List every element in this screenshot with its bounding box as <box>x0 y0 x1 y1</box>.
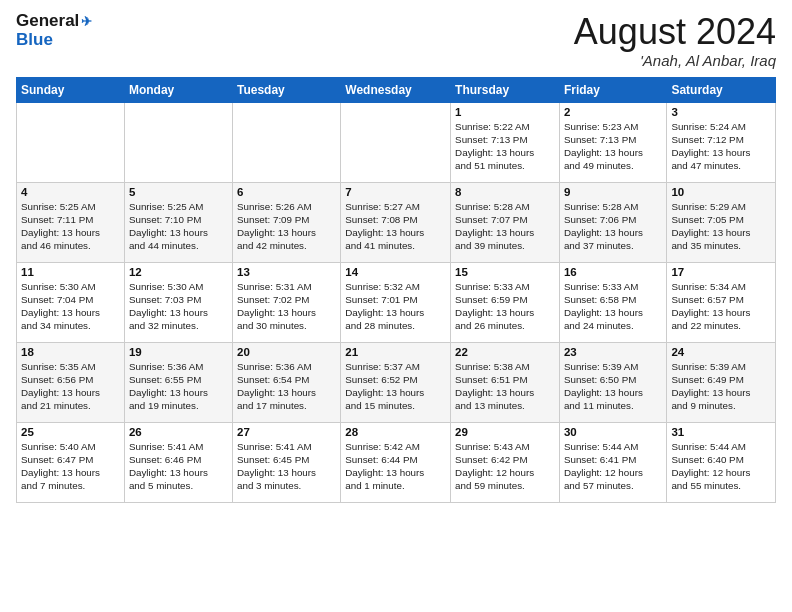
day-cell: 4Sunrise: 5:25 AMSunset: 7:11 PMDaylight… <box>17 182 125 262</box>
day-info: Sunrise: 5:44 AMSunset: 6:40 PMDaylight:… <box>671 440 771 493</box>
day-cell: 31Sunrise: 5:44 AMSunset: 6:40 PMDayligh… <box>667 422 776 502</box>
day-cell: 1Sunrise: 5:22 AMSunset: 7:13 PMDaylight… <box>451 102 560 182</box>
day-number: 11 <box>21 266 120 278</box>
day-cell: 10Sunrise: 5:29 AMSunset: 7:05 PMDayligh… <box>667 182 776 262</box>
week-row-3: 11Sunrise: 5:30 AMSunset: 7:04 PMDayligh… <box>17 262 776 342</box>
main-container: General✈ Blue August 2024 'Anah, Al Anba… <box>0 0 792 511</box>
day-number: 1 <box>455 106 555 118</box>
day-cell: 15Sunrise: 5:33 AMSunset: 6:59 PMDayligh… <box>451 262 560 342</box>
day-number: 19 <box>129 346 228 358</box>
day-info: Sunrise: 5:34 AMSunset: 6:57 PMDaylight:… <box>671 280 771 333</box>
day-cell: 13Sunrise: 5:31 AMSunset: 7:02 PMDayligh… <box>232 262 340 342</box>
day-cell: 8Sunrise: 5:28 AMSunset: 7:07 PMDaylight… <box>451 182 560 262</box>
day-cell: 23Sunrise: 5:39 AMSunset: 6:50 PMDayligh… <box>559 342 666 422</box>
location: 'Anah, Al Anbar, Iraq <box>574 52 776 69</box>
day-cell: 22Sunrise: 5:38 AMSunset: 6:51 PMDayligh… <box>451 342 560 422</box>
day-cell: 14Sunrise: 5:32 AMSunset: 7:01 PMDayligh… <box>341 262 451 342</box>
month-title: August 2024 <box>574 12 776 52</box>
day-number: 26 <box>129 426 228 438</box>
day-cell: 11Sunrise: 5:30 AMSunset: 7:04 PMDayligh… <box>17 262 125 342</box>
day-cell: 30Sunrise: 5:44 AMSunset: 6:41 PMDayligh… <box>559 422 666 502</box>
day-info: Sunrise: 5:32 AMSunset: 7:01 PMDaylight:… <box>345 280 446 333</box>
day-number: 21 <box>345 346 446 358</box>
day-cell: 5Sunrise: 5:25 AMSunset: 7:10 PMDaylight… <box>124 182 232 262</box>
day-info: Sunrise: 5:40 AMSunset: 6:47 PMDaylight:… <box>21 440 120 493</box>
day-number: 25 <box>21 426 120 438</box>
day-info: Sunrise: 5:28 AMSunset: 7:07 PMDaylight:… <box>455 200 555 253</box>
day-number: 13 <box>237 266 336 278</box>
logo-general: General✈ <box>16 12 92 31</box>
day-info: Sunrise: 5:37 AMSunset: 6:52 PMDaylight:… <box>345 360 446 413</box>
day-cell <box>124 102 232 182</box>
day-info: Sunrise: 5:25 AMSunset: 7:11 PMDaylight:… <box>21 200 120 253</box>
day-cell: 2Sunrise: 5:23 AMSunset: 7:13 PMDaylight… <box>559 102 666 182</box>
day-cell: 12Sunrise: 5:30 AMSunset: 7:03 PMDayligh… <box>124 262 232 342</box>
day-number: 28 <box>345 426 446 438</box>
week-row-5: 25Sunrise: 5:40 AMSunset: 6:47 PMDayligh… <box>17 422 776 502</box>
weekday-header-wednesday: Wednesday <box>341 77 451 102</box>
day-info: Sunrise: 5:28 AMSunset: 7:06 PMDaylight:… <box>564 200 662 253</box>
day-cell: 25Sunrise: 5:40 AMSunset: 6:47 PMDayligh… <box>17 422 125 502</box>
day-number: 17 <box>671 266 771 278</box>
day-info: Sunrise: 5:38 AMSunset: 6:51 PMDaylight:… <box>455 360 555 413</box>
day-number: 7 <box>345 186 446 198</box>
day-number: 31 <box>671 426 771 438</box>
day-number: 20 <box>237 346 336 358</box>
day-cell: 20Sunrise: 5:36 AMSunset: 6:54 PMDayligh… <box>232 342 340 422</box>
day-cell <box>232 102 340 182</box>
day-info: Sunrise: 5:26 AMSunset: 7:09 PMDaylight:… <box>237 200 336 253</box>
day-info: Sunrise: 5:42 AMSunset: 6:44 PMDaylight:… <box>345 440 446 493</box>
day-number: 23 <box>564 346 662 358</box>
day-info: Sunrise: 5:30 AMSunset: 7:04 PMDaylight:… <box>21 280 120 333</box>
weekday-header-tuesday: Tuesday <box>232 77 340 102</box>
logo: General✈ Blue <box>16 12 92 49</box>
day-cell: 6Sunrise: 5:26 AMSunset: 7:09 PMDaylight… <box>232 182 340 262</box>
day-cell: 26Sunrise: 5:41 AMSunset: 6:46 PMDayligh… <box>124 422 232 502</box>
day-cell: 24Sunrise: 5:39 AMSunset: 6:49 PMDayligh… <box>667 342 776 422</box>
day-cell: 7Sunrise: 5:27 AMSunset: 7:08 PMDaylight… <box>341 182 451 262</box>
day-number: 18 <box>21 346 120 358</box>
day-number: 30 <box>564 426 662 438</box>
title-block: August 2024 'Anah, Al Anbar, Iraq <box>574 12 776 69</box>
day-info: Sunrise: 5:44 AMSunset: 6:41 PMDaylight:… <box>564 440 662 493</box>
day-cell: 3Sunrise: 5:24 AMSunset: 7:12 PMDaylight… <box>667 102 776 182</box>
day-number: 2 <box>564 106 662 118</box>
day-number: 24 <box>671 346 771 358</box>
week-row-1: 1Sunrise: 5:22 AMSunset: 7:13 PMDaylight… <box>17 102 776 182</box>
day-number: 16 <box>564 266 662 278</box>
day-info: Sunrise: 5:39 AMSunset: 6:50 PMDaylight:… <box>564 360 662 413</box>
day-info: Sunrise: 5:33 AMSunset: 6:58 PMDaylight:… <box>564 280 662 333</box>
day-number: 8 <box>455 186 555 198</box>
day-cell <box>17 102 125 182</box>
day-number: 29 <box>455 426 555 438</box>
day-info: Sunrise: 5:39 AMSunset: 6:49 PMDaylight:… <box>671 360 771 413</box>
day-info: Sunrise: 5:30 AMSunset: 7:03 PMDaylight:… <box>129 280 228 333</box>
day-info: Sunrise: 5:27 AMSunset: 7:08 PMDaylight:… <box>345 200 446 253</box>
day-number: 22 <box>455 346 555 358</box>
day-number: 3 <box>671 106 771 118</box>
day-number: 4 <box>21 186 120 198</box>
weekday-header-monday: Monday <box>124 77 232 102</box>
day-number: 6 <box>237 186 336 198</box>
weekday-header-sunday: Sunday <box>17 77 125 102</box>
weekday-header-thursday: Thursday <box>451 77 560 102</box>
calendar-table: SundayMondayTuesdayWednesdayThursdayFrid… <box>16 77 776 503</box>
day-info: Sunrise: 5:36 AMSunset: 6:55 PMDaylight:… <box>129 360 228 413</box>
week-row-2: 4Sunrise: 5:25 AMSunset: 7:11 PMDaylight… <box>17 182 776 262</box>
day-info: Sunrise: 5:24 AMSunset: 7:12 PMDaylight:… <box>671 120 771 173</box>
day-cell: 28Sunrise: 5:42 AMSunset: 6:44 PMDayligh… <box>341 422 451 502</box>
day-info: Sunrise: 5:23 AMSunset: 7:13 PMDaylight:… <box>564 120 662 173</box>
day-number: 10 <box>671 186 771 198</box>
header: General✈ Blue August 2024 'Anah, Al Anba… <box>16 12 776 69</box>
day-info: Sunrise: 5:29 AMSunset: 7:05 PMDaylight:… <box>671 200 771 253</box>
day-cell: 19Sunrise: 5:36 AMSunset: 6:55 PMDayligh… <box>124 342 232 422</box>
day-cell: 29Sunrise: 5:43 AMSunset: 6:42 PMDayligh… <box>451 422 560 502</box>
day-number: 5 <box>129 186 228 198</box>
day-info: Sunrise: 5:36 AMSunset: 6:54 PMDaylight:… <box>237 360 336 413</box>
day-number: 27 <box>237 426 336 438</box>
day-info: Sunrise: 5:41 AMSunset: 6:45 PMDaylight:… <box>237 440 336 493</box>
day-info: Sunrise: 5:25 AMSunset: 7:10 PMDaylight:… <box>129 200 228 253</box>
day-number: 14 <box>345 266 446 278</box>
day-cell: 27Sunrise: 5:41 AMSunset: 6:45 PMDayligh… <box>232 422 340 502</box>
day-cell: 16Sunrise: 5:33 AMSunset: 6:58 PMDayligh… <box>559 262 666 342</box>
